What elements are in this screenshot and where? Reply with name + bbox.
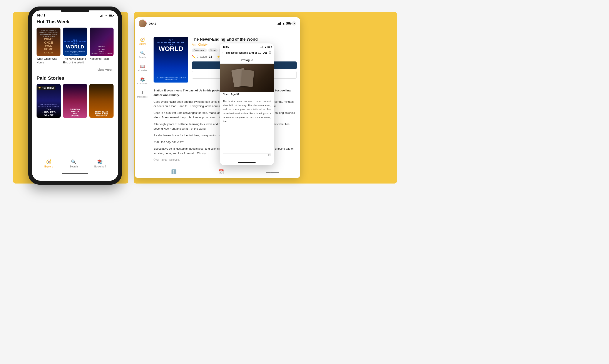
pm-nav-search-label: Search bbox=[139, 56, 146, 58]
pr-chapter-image bbox=[220, 64, 274, 92]
pm-bottom-info[interactable]: ℹ️ bbox=[171, 169, 177, 174]
notification-badge bbox=[144, 20, 147, 22]
pr-progress-label: 1% bbox=[223, 154, 271, 156]
pm-search-icon: 🔍 bbox=[140, 51, 145, 55]
pr-wifi-icon: ▲ bbox=[264, 46, 266, 48]
pm-all-stories-icon: 📖 bbox=[140, 64, 145, 69]
book-cover-never-ending: THENEVER-ENDING END OF THE WORLD USA TOD… bbox=[63, 27, 87, 56]
status-icons: ▲ bbox=[100, 14, 113, 17]
pr-status-bar: 10:05 ▲ bbox=[220, 43, 274, 50]
pr-book-title: The Never-Ending End of t... bbox=[223, 51, 263, 54]
pm-status-time: 09:41 bbox=[149, 22, 156, 25]
calendar-icon: 📅 bbox=[219, 169, 224, 174]
wifi-icon: ▲ bbox=[105, 14, 108, 17]
book-never-ending[interactable]: THENEVER-ENDING END OF THE WORLD USA TOD… bbox=[63, 27, 87, 65]
pr-progress-bar: 1% bbox=[223, 153, 271, 156]
pencil-icon: ✏️ bbox=[192, 55, 195, 58]
book-keeper[interactable]: KEEPEROF THEREIGNTHE FINAL ETHER: ELIZA … bbox=[90, 27, 113, 65]
pm-nav-downloads[interactable]: ⬇ Downloads bbox=[135, 88, 150, 101]
pm-nav-downloads-label: Downloads bbox=[137, 96, 148, 98]
pm-collections-icon: 📚 bbox=[140, 77, 145, 82]
book-what-once[interactable]: WHEN HIS WORLD ISSUDDENLY TORN APART,ONE… bbox=[37, 27, 60, 65]
pm-bottom-calendar[interactable]: 📅 bbox=[219, 169, 224, 174]
phone-explore-screen: 09:41 ▲ Hot This Week bbox=[32, 11, 118, 181]
nav-search-label: Search bbox=[69, 165, 78, 168]
paid-book-tales[interactable]: EMORY GLASSTHIRTY-THREETALES OF W bbox=[89, 84, 113, 118]
info-icon: ℹ️ bbox=[171, 169, 177, 174]
pr-font-icon[interactable]: Aa bbox=[263, 51, 267, 54]
status-time: 09:41 bbox=[37, 13, 45, 17]
pr-progress-fill bbox=[223, 153, 223, 154]
pm-left-nav: 🧭 Explore 🔍 Search 📖 All Stories 📚 Colle… bbox=[135, 35, 150, 101]
pm-explore-icon: 🧭 bbox=[140, 37, 145, 42]
chapters-value: 93 bbox=[209, 55, 212, 58]
pr-battery-icon bbox=[267, 46, 271, 48]
bookshelf-icon: 📚 bbox=[97, 159, 103, 164]
cover-art-never-ending: THENEVER-ENDING END OF THE WORLD USA TOD… bbox=[63, 27, 87, 56]
tag-completed[interactable]: Completed bbox=[192, 48, 207, 52]
pm-nav-explore-label: Explore bbox=[139, 43, 146, 45]
pm-nav-collections-label: Collections bbox=[137, 82, 147, 85]
pr-chapter-title: Prologue bbox=[220, 56, 274, 64]
view-more[interactable]: View More › bbox=[37, 67, 113, 75]
battery-icon bbox=[109, 14, 113, 16]
pm-bottom-bar: ℹ️ 📅 ▬▬▬ bbox=[150, 165, 300, 178]
pr-home-indicator bbox=[238, 162, 256, 163]
pm-stat-chapters: ✏️ Chapters 93 bbox=[192, 55, 212, 58]
pr-time: 10:05 bbox=[223, 46, 229, 48]
pm-bottom-barcode[interactable]: ▬▬▬ bbox=[266, 169, 279, 174]
pm-cover-art: THENEVER-ENDING END OF THE WORLD USA TOD… bbox=[153, 37, 188, 82]
pm-nav-explore[interactable]: 🧭 Explore bbox=[135, 35, 150, 48]
nav-bookshelf[interactable]: 📚 Bookshelf bbox=[94, 159, 106, 168]
pm-status-icons: ▲ ✕ bbox=[277, 21, 296, 26]
paid-books-row: THE FUTURE STORIES RETAINS A DEADLY GAMB… bbox=[37, 84, 113, 118]
book-title-never-ending: The Never-Ending End of the World bbox=[63, 57, 87, 65]
top-rated-label: Top Rated bbox=[42, 87, 54, 89]
pm-book-title: The Never-Ending End of the World bbox=[192, 37, 297, 42]
cover-art-tales: EMORY GLASSTHIRTY-THREETALES OF W bbox=[89, 84, 113, 118]
paid-book-handlers[interactable]: THE FUTURE STORIES RETAINS A DEADLY GAMB… bbox=[37, 84, 61, 118]
cover-art-keeper: KEEPEROF THEREIGNTHE FINAL ETHER: ELIZA … bbox=[90, 27, 113, 56]
home-indicator bbox=[62, 173, 88, 174]
pm-nav-search[interactable]: 🔍 Search bbox=[135, 48, 150, 61]
pr-controls: Aa ☰ bbox=[263, 51, 271, 54]
paid-stories-section: Paid Stories THE FUTURE STORIES RETAINS … bbox=[37, 75, 113, 118]
pm-battery-icon bbox=[286, 22, 291, 25]
nav-explore-label: Explore bbox=[44, 165, 53, 168]
phone-explore-content: Hot This Week WHEN HIS WORLD ISSUDDENLY … bbox=[32, 19, 118, 118]
view-more-label: View More bbox=[97, 68, 111, 71]
pm-nav-all-stories[interactable]: 📖 All Stories bbox=[135, 61, 150, 74]
pm-book-cover: THENEVER-ENDING END OF THE WORLD USA TOD… bbox=[153, 37, 188, 82]
cover-art-what-once: WHEN HIS WORLD ISSUDDENLY TORN APART,ONE… bbox=[37, 27, 60, 56]
hot-this-week-title: Hot This Week bbox=[37, 19, 113, 25]
book-title-keeper: Keeper's Reign bbox=[90, 57, 113, 61]
reader-panel: 10:05 ▲ ‹ The Never-Ending End of t... A… bbox=[220, 43, 274, 165]
bottom-nav: 🧭 Explore 🔍 Search 📚 Bookshelf bbox=[36, 157, 114, 169]
phone-explore: 09:41 ▲ Hot This Week bbox=[28, 7, 122, 185]
close-icon[interactable]: ✕ bbox=[292, 21, 296, 26]
notebook-visual bbox=[220, 64, 274, 92]
pm-status-bar: 09:41 ▲ ✕ bbox=[135, 17, 300, 29]
chapters-label: Chapters bbox=[197, 55, 208, 58]
search-icon: 🔍 bbox=[71, 159, 76, 164]
explore-icon: 🧭 bbox=[46, 159, 52, 164]
top-rated-badge: 🏆 Top Rated bbox=[37, 86, 55, 90]
pm-nav-collections[interactable]: 📚 Collections bbox=[135, 75, 150, 87]
pr-status-icons: ▲ bbox=[260, 46, 271, 48]
book-detail-panel: 09:41 ▲ ✕ 🧭 Explore 🔍 Search 📖 bbox=[135, 17, 300, 178]
signal-icon bbox=[100, 14, 103, 17]
paid-stories-title: Paid Stories bbox=[37, 75, 113, 81]
nav-explore[interactable]: 🧭 Explore bbox=[44, 159, 53, 168]
paid-book-sea-sceros[interactable]: BRANDONGARCIASEASCEROS bbox=[63, 84, 87, 118]
pr-top-bar: ‹ The Never-Ending End of t... Aa ☰ bbox=[220, 50, 274, 56]
user-avatar[interactable] bbox=[139, 20, 147, 27]
pm-downloads-icon: ⬇ bbox=[141, 90, 144, 95]
nav-search[interactable]: 🔍 Search bbox=[69, 159, 78, 168]
phone-notch bbox=[61, 11, 89, 12]
tag-novel[interactable]: Novel bbox=[208, 48, 218, 52]
pr-menu-icon[interactable]: ☰ bbox=[269, 51, 271, 54]
pr-body-text: The books seem so much more present when… bbox=[220, 97, 274, 126]
pr-signal-icon bbox=[260, 46, 263, 48]
hot-books-row: WHEN HIS WORLD ISSUDDENLY TORN APART,ONE… bbox=[37, 27, 113, 65]
pm-wifi-icon: ▲ bbox=[282, 22, 285, 25]
